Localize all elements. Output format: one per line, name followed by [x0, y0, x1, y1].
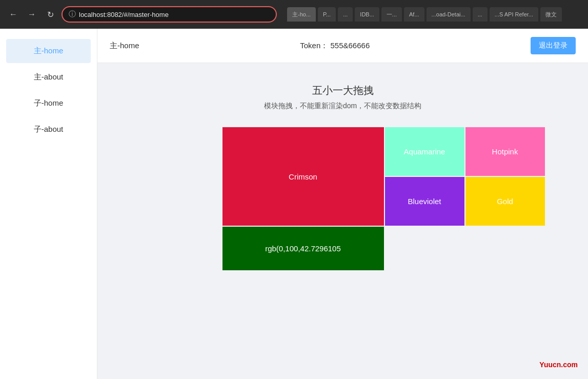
sidebar: 主-home 主-about 子-home 子-about [0, 29, 97, 379]
tab-2[interactable]: P... [318, 7, 336, 22]
content-title: 五小一大拖拽 [312, 84, 374, 97]
color-cell-gold[interactable]: Gold [465, 177, 545, 226]
browser-chrome: ← → ↻ ⓘ localhost:8082/#/master-home 主-h… [0, 0, 588, 29]
reload-button[interactable]: ↻ [43, 7, 57, 22]
sidebar-item-master-home[interactable]: 主-home [6, 39, 91, 63]
sidebar-item-master-about[interactable]: 主-about [6, 65, 91, 89]
tab-6[interactable]: Af... [404, 7, 424, 22]
color-cell-crimson[interactable]: Crimson [222, 127, 384, 226]
color-cell-darkgreen[interactable]: rgb(0,100,42.7296105 [222, 227, 384, 270]
content-subtitle: 模块拖拽，不能重新渲染dom，不能改变数据结构 [264, 102, 421, 111]
tab-9[interactable]: ...S API Refer... [490, 7, 538, 22]
tab-1[interactable]: 主-ho... [287, 7, 316, 22]
main-header: 主-home Token： 555&66666 退出登录 [97, 29, 588, 63]
tab-7[interactable]: ...oad-Detai... [427, 7, 471, 22]
watermark: Yuucn.com [539, 361, 578, 369]
address-text: localhost:8082/#/master-home [79, 11, 169, 18]
tab-5[interactable]: 一... [381, 7, 402, 22]
forward-button[interactable]: → [25, 7, 39, 22]
color-cell-aquamarine[interactable]: Aquamarine [385, 127, 464, 176]
tabs-area: 主-ho... P... ... IDB... 一... Af... ...oa… [287, 7, 582, 22]
back-button[interactable]: ← [6, 7, 21, 22]
tab-4[interactable]: IDB... [355, 7, 379, 22]
app-layout: 主-home 主-about 子-home 子-about 主-home Tok… [0, 29, 588, 379]
header-token: Token： 555&66666 [139, 41, 531, 51]
token-label: Token： [300, 41, 328, 50]
color-cell-blueviolet[interactable]: Blueviolet [385, 177, 464, 226]
content-area: 五小一大拖拽 模块拖拽，不能重新渲染dom，不能改变数据结构 Crimson A… [97, 63, 588, 379]
sidebar-item-child-home[interactable]: 子-home [6, 91, 91, 115]
header-title: 主-home [110, 41, 139, 51]
color-cell-hotpink[interactable]: Hotpink [465, 127, 545, 176]
address-bar[interactable]: ⓘ localhost:8082/#/master-home [62, 6, 277, 23]
main-content: 主-home Token： 555&66666 退出登录 五小一大拖拽 模块拖拽… [97, 29, 588, 379]
sidebar-item-child-about[interactable]: 子-about [6, 117, 91, 142]
color-grid: Crimson Aquamarine Hotpink Blueviolet Go… [222, 127, 463, 270]
token-value: 555&66666 [330, 41, 370, 50]
tab-10[interactable]: 微文 [540, 7, 562, 22]
info-icon: ⓘ [69, 10, 76, 19]
tab-8[interactable]: ... [473, 7, 488, 22]
tab-3[interactable]: ... [338, 7, 353, 22]
logout-button[interactable]: 退出登录 [531, 37, 576, 54]
